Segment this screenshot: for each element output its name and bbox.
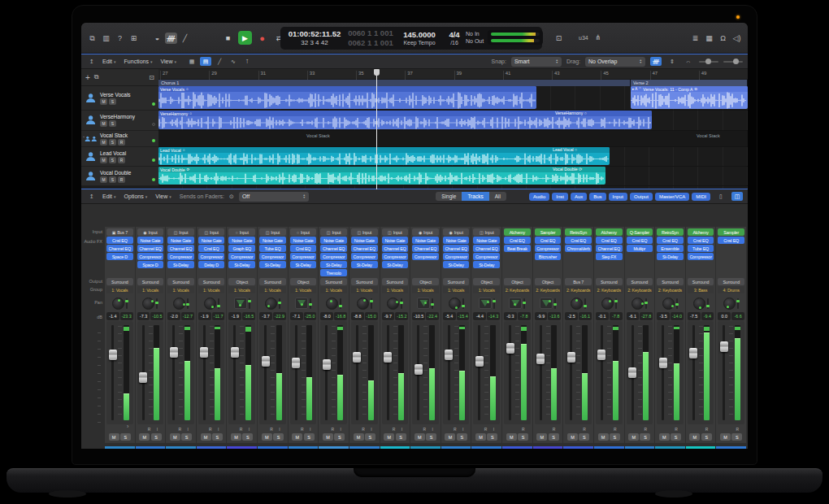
solo-button[interactable]: S — [109, 157, 116, 163]
fx-plugin-slot[interactable]: Multipr — [627, 245, 653, 252]
record-input-buttons[interactable]: R — [657, 425, 684, 432]
pan-spread-slider[interactable] — [462, 298, 464, 309]
note-pads-icon[interactable]: ▦ — [703, 33, 715, 44]
volume-db-value[interactable]: -8.8 — [351, 312, 364, 320]
quick-help-icon[interactable]: ? — [114, 33, 126, 44]
duplicate-track-button[interactable]: ⧉ — [94, 73, 99, 81]
peak-level-value[interactable]: -14.0 — [671, 312, 684, 320]
pan-spread-slider[interactable] — [584, 298, 586, 309]
input-slot[interactable]: ○Input — [290, 228, 317, 236]
header-view-button[interactable]: ⊡ — [149, 74, 154, 81]
filter-output[interactable]: Output — [630, 193, 653, 201]
pan-spread-slider[interactable] — [523, 298, 525, 309]
fx-plugin-slot[interactable]: Space D — [106, 253, 133, 260]
flex-icon[interactable]: ∿ — [228, 57, 239, 66]
fx-plugin-slot[interactable]: Channel EQ — [320, 245, 347, 252]
record-input-buttons[interactable]: R I — [351, 425, 378, 432]
volume-db-value[interactable]: -3.7 — [259, 312, 272, 320]
fx-plugin-slot[interactable]: Cnsl EQ — [535, 237, 562, 244]
fx-plugin-slot[interactable]: Step FX — [596, 253, 623, 260]
fx-plugin-slot[interactable]: Noise Gate — [137, 237, 164, 244]
volume-db-value[interactable]: -0.1 — [596, 312, 609, 320]
volume-db-value[interactable]: -3.5 — [657, 312, 670, 320]
automation-icon[interactable]: ╱ — [179, 33, 191, 44]
pan-knob[interactable] — [173, 298, 185, 310]
volume-fader[interactable] — [142, 325, 145, 420]
track-header-lead-vocal[interactable]: Lead VocalMSR — [81, 147, 158, 167]
fader-cap[interactable] — [353, 352, 361, 363]
fx-plugin-slot[interactable]: Cnsl EQ — [565, 237, 592, 244]
audio-region[interactable]: Vocal Double⟳Vocal Double ⟳ — [158, 167, 605, 185]
waveform-zoom-icon[interactable]: ᚎ — [650, 57, 662, 66]
fx-plugin-slot[interactable]: St-Delay — [320, 261, 347, 268]
grid-view-icon[interactable]: ▦ — [186, 57, 197, 66]
fader-cap[interactable] — [231, 347, 239, 358]
volume-db-value[interactable]: -10.5 — [412, 312, 425, 320]
solo-button[interactable]: S — [212, 433, 223, 441]
lcd-tempo[interactable]: 145.0000 Keep Tempo — [396, 28, 443, 48]
fx-plugin-slot[interactable]: Delay D — [198, 261, 225, 268]
record-input-buttons[interactable]: R I — [228, 425, 255, 432]
mixer-menu-edit[interactable]: Edit▾ — [102, 193, 116, 199]
record-input-buttons[interactable]: R I — [290, 425, 317, 432]
record-button[interactable]: ● — [255, 31, 269, 45]
fx-plugin-slot[interactable]: St-Delay — [473, 261, 500, 268]
output-slot[interactable]: Surround — [106, 278, 133, 285]
peak-level-value[interactable]: -27.8 — [640, 312, 653, 320]
fx-plugin-slot[interactable]: Channel EQ — [137, 245, 164, 252]
fx-plugin-slot[interactable]: Bitcrusher — [535, 253, 562, 260]
input-slot[interactable]: ◫Input — [198, 228, 225, 236]
peak-level-value[interactable]: -22.4 — [426, 312, 439, 320]
volume-fader[interactable] — [264, 325, 267, 420]
back-icon[interactable]: ↥ — [86, 57, 98, 66]
volume-fader[interactable] — [478, 325, 480, 420]
volume-fader[interactable] — [570, 325, 572, 420]
volume-fader[interactable] — [632, 325, 634, 420]
channel-strip-19[interactable]: RetroSynCnsl EQEnsembleSt-DelaySurround2… — [655, 227, 685, 443]
output-slot[interactable]: Surround — [688, 278, 714, 285]
fader-cap[interactable] — [170, 347, 178, 358]
fx-plugin-slot[interactable]: Cnsl EQ — [504, 237, 531, 244]
input-slot[interactable]: ◫Input — [167, 228, 194, 236]
pan-knob[interactable] — [265, 298, 277, 310]
input-slot[interactable]: ▣Bus 7 — [106, 228, 133, 236]
fx-plugin-slot[interactable]: St-Delay — [228, 261, 255, 268]
mute-button[interactable]: M — [231, 433, 241, 441]
group-slot[interactable]: 2: Keyboards — [565, 286, 592, 293]
output-slot[interactable]: Object — [535, 278, 562, 285]
fader-cap[interactable] — [628, 367, 636, 378]
mute-button[interactable]: M — [100, 157, 107, 163]
fx-plugin-slot[interactable]: Cnsl EQ — [106, 237, 133, 244]
channel-strip-4[interactable]: ◫InputNoise GateCnsl EQCompressorDelay D… — [197, 227, 227, 443]
fader-cap[interactable] — [384, 352, 392, 363]
fx-plugin-slot[interactable]: St-Delay — [443, 261, 470, 268]
bar-ruler[interactable]: 272931333537394143454749 — [158, 69, 748, 80]
solo-button[interactable]: S — [731, 433, 742, 441]
solo-button[interactable]: S — [242, 433, 253, 441]
collapse-icon[interactable]: ⇔ — [683, 57, 694, 66]
mute-button[interactable]: M — [445, 433, 455, 441]
object-pan-pad[interactable] — [295, 298, 308, 309]
instrument-slot[interactable]: Alchemy — [596, 228, 623, 236]
channel-name-label[interactable]: Main Vocal — [227, 446, 257, 449]
filter-master-vca[interactable]: Master/VCA — [655, 193, 689, 201]
solo-button[interactable]: S — [640, 433, 650, 441]
volume-fader[interactable] — [172, 325, 175, 420]
solo-button[interactable]: S — [671, 433, 681, 441]
output-slot[interactable]: Surround — [259, 278, 286, 285]
object-pan-pad[interactable] — [417, 298, 430, 309]
mute-button[interactable]: M — [720, 433, 731, 441]
volume-fader[interactable] — [692, 325, 695, 420]
fx-plugin-slot[interactable]: Compressor — [473, 253, 500, 260]
pan-knob[interactable] — [693, 298, 705, 310]
record-input-buttons[interactable]: R — [565, 425, 592, 432]
library-icon[interactable]: ⧉ — [86, 33, 98, 44]
input-slot[interactable]: ◉Input — [412, 228, 439, 236]
pan-spread-slider[interactable] — [554, 298, 556, 309]
smart-controls-icon[interactable]: ◒ — [151, 33, 163, 44]
channel-name-label[interactable]: Ocean Bass — [686, 446, 716, 449]
drag-select[interactable]: No Overlap ▲▼ — [585, 57, 645, 67]
instrument-slot[interactable]: Alchemy — [504, 228, 531, 236]
fx-plugin-slot[interactable]: Cnsl EQ — [290, 245, 317, 252]
channel-strip-13[interactable]: ◫InputNoise GateChannel EQCompressorSt-D… — [471, 227, 501, 443]
